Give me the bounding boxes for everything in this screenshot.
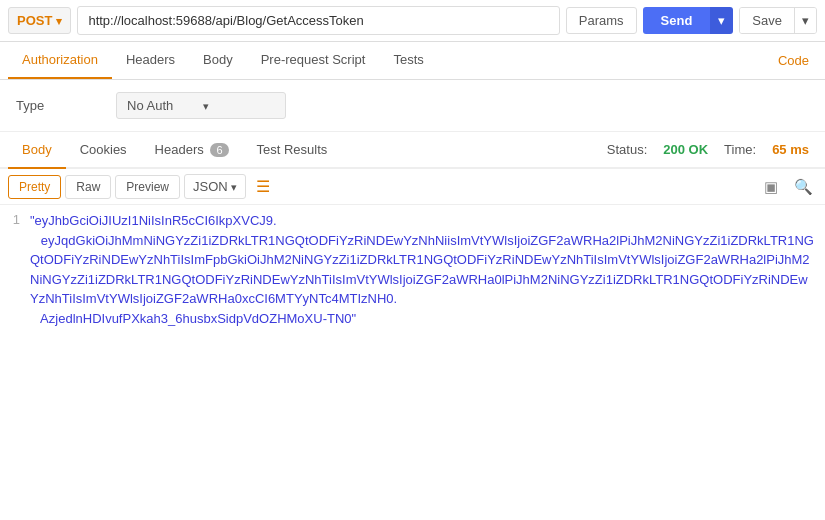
- response-body: 1 "eyJhbGciOiJIUzI1NiIsInR5cCI6IkpXVCJ9.…: [0, 205, 825, 514]
- response-toolbar: Pretty Raw Preview JSON ☰ ▣ 🔍: [0, 169, 825, 205]
- format-select[interactable]: JSON: [184, 174, 246, 199]
- save-dropdown-icon: ▾: [802, 13, 809, 28]
- response-tabs-row: Body Cookies Headers 6 Test Results Stat…: [0, 132, 825, 169]
- send-btn-group: Send ▾: [643, 7, 734, 34]
- status-info: Status: 200 OK Time: 65 ms: [607, 142, 817, 157]
- tab-authorization[interactable]: Authorization: [8, 42, 112, 79]
- code-line-1: 1 "eyJhbGciOiJIUzI1NiIsInR5cCI6IkpXVCJ9.…: [0, 211, 825, 328]
- tab-prerequest[interactable]: Pre-request Script: [247, 42, 380, 79]
- token-value: "eyJhbGciOiJIUzI1NiIsInR5cCI6IkpXVCJ9. e…: [30, 211, 825, 328]
- save-dropdown-button[interactable]: ▾: [794, 8, 816, 33]
- status-time: 65 ms: [772, 142, 809, 157]
- method-chevron-icon: [56, 13, 62, 28]
- resp-tab-headers[interactable]: Headers 6: [141, 132, 243, 169]
- resp-tab-cookies[interactable]: Cookies: [66, 132, 141, 169]
- tab-tests[interactable]: Tests: [379, 42, 437, 79]
- auth-section: Type No Auth: [0, 80, 825, 132]
- auth-type-label: Type: [16, 98, 116, 113]
- request-tabs-row: Authorization Headers Body Pre-request S…: [0, 42, 825, 80]
- format-chevron-icon: [231, 179, 237, 194]
- search-button[interactable]: 🔍: [790, 176, 817, 198]
- line-number: 1: [0, 211, 30, 328]
- wrap-icon[interactable]: ☰: [256, 177, 270, 196]
- preview-button[interactable]: Preview: [115, 175, 180, 199]
- send-dropdown-icon: ▾: [718, 13, 725, 28]
- url-input[interactable]: [77, 6, 559, 35]
- tab-body[interactable]: Body: [189, 42, 247, 79]
- auth-type-select[interactable]: No Auth: [116, 92, 286, 119]
- format-value: JSON: [193, 179, 228, 194]
- top-bar: POST Params Send ▾ Save ▾: [0, 0, 825, 42]
- code-link[interactable]: Code: [770, 43, 817, 78]
- send-button[interactable]: Send: [643, 7, 711, 34]
- copy-button[interactable]: ▣: [760, 176, 782, 198]
- send-dropdown-button[interactable]: ▾: [710, 7, 733, 34]
- auth-select-chevron-icon: [203, 98, 275, 113]
- method-dropdown[interactable]: POST: [8, 7, 71, 34]
- save-btn-group: Save ▾: [739, 7, 817, 34]
- params-button[interactable]: Params: [566, 7, 637, 34]
- toolbar-icons: ▣ 🔍: [760, 176, 817, 198]
- save-button[interactable]: Save: [740, 8, 794, 33]
- headers-badge: 6: [210, 143, 228, 157]
- method-label: POST: [17, 13, 52, 28]
- resp-tab-testresults[interactable]: Test Results: [243, 132, 342, 169]
- tab-headers[interactable]: Headers: [112, 42, 189, 79]
- raw-button[interactable]: Raw: [65, 175, 111, 199]
- time-label: Time:: [724, 142, 756, 157]
- resp-tab-body[interactable]: Body: [8, 132, 66, 169]
- status-code: 200 OK: [663, 142, 708, 157]
- auth-selected-value: No Auth: [127, 98, 199, 113]
- pretty-button[interactable]: Pretty: [8, 175, 61, 199]
- status-label: Status:: [607, 142, 647, 157]
